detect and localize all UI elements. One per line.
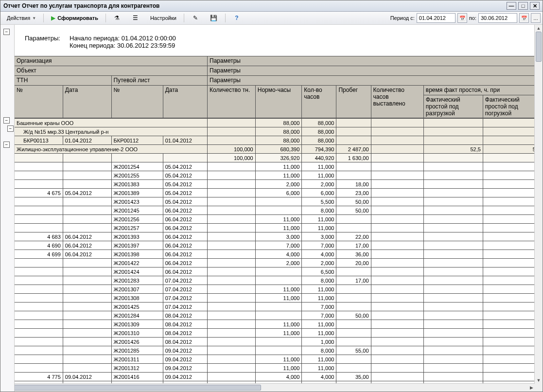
calendar-from-button[interactable]: 📅 [457,13,467,23]
play-icon: ▶ [51,15,55,21]
outline-gutter: − − − − [0,25,15,392]
disk-icon: 💾 [210,14,218,22]
table-row[interactable]: Ж200131109.04.201211,00011,000 [15,355,543,364]
table-row[interactable]: БКР0011301.04.2012БКР0011201.04.201288,0… [15,136,543,145]
period-from-label: Период с: [390,15,415,21]
table-row[interactable]: 4 69906.04.2012Ж200139806.04.20124,0004,… [15,250,543,259]
table-row[interactable]: Ж/д №15 мкр.33 Центральный р-н88,00088,0… [15,127,543,136]
table-row[interactable]: 4 69006.04.2012Ж200139706.04.20127,0007,… [15,241,543,250]
table-row[interactable]: Ж200138305.04.20122,0002,00018,00 [15,180,543,189]
calendar-to-button[interactable]: 📅 [519,13,529,23]
table-row[interactable]: Ж200142305.04.20125,50050,00 [15,197,543,206]
pencil-icon: ✎ [192,14,199,22]
titlebar: Отчет Отчет по услугам транспорта для ко… [0,0,543,12]
table-row[interactable]: Ж200124506.04.20128,00050,00 [15,206,543,215]
table-row[interactable]: Ж200130707.04.201211,00011,000 [15,285,543,294]
header-table: ОрганизацияПараметры ОбъектПараметры ТТН… [14,56,543,118]
table-row[interactable]: Башенные краны ООО88,00088,000 [15,119,543,127]
report-window: Отчет Отчет по услугам транспорта для ко… [0,0,543,392]
help-button[interactable]: ? [228,13,245,23]
table-row[interactable]: Ж200130807.04.201211,00011,000 [15,294,543,303]
tree-button[interactable]: ☰ [127,13,144,23]
table-row[interactable]: Ж200125405.04.201211,00011,000 [15,162,543,171]
settings-button[interactable]: Настройки [146,13,181,23]
toolbar: Действия▼ ▶ Сформировать ⚗ ☰ Настройки ✎… [0,12,543,25]
outline-toggle[interactable]: − [3,142,10,148]
table-row[interactable]: Ж200131008.04.201211,00011,000 [15,329,543,338]
period-select-button[interactable]: … [531,13,541,23]
table-row[interactable]: 100,000326,920440,9201 630,00 [15,154,543,162]
params-block: Параметры:Начало периода: 01.04.2012 0:0… [14,25,543,56]
maximize-button[interactable]: □ [518,2,528,10]
funnel-icon: ⚗ [113,14,121,22]
minimize-button[interactable]: — [507,2,516,10]
actions-menu[interactable]: Действия▼ [2,13,40,23]
form-button[interactable]: ▶ Сформировать [47,13,103,23]
vertical-scrollbar[interactable]: ▲ ▼ [534,25,543,384]
close-button[interactable]: ✕ [530,2,540,10]
table-row[interactable]: 4 68306.04.2012Ж200139306.04.20123,0003,… [15,232,543,241]
period-from-input[interactable]: 01.04.2012 [417,13,455,23]
table-row[interactable]: Ж200142507.04.20127,000 [15,303,543,311]
table-row[interactable]: Ж200142406.04.20126,500 [15,267,543,276]
save-button[interactable]: 💾 [206,13,222,23]
window-title: Отчет Отчет по услугам транспорта для ко… [3,2,159,9]
data-table[interactable]: Башенные краны ООО88,00088,000Ж/д №15 мк… [14,118,543,392]
table-row[interactable]: Ж200125706.04.201211,00011,000 [15,224,543,232]
table-row[interactable]: 4 77509.04.2012Ж200141609.04.20124,0004,… [15,373,543,381]
outline-toggle[interactable]: − [3,29,10,35]
report-content: − − − − Параметры:Начало периода: 01.04.… [0,25,543,392]
table-row[interactable]: Ж200142206.04.20122,0002,00020,00 [15,259,543,267]
outline-toggle[interactable]: − [3,117,10,124]
table-row[interactable]: 4 67505.04.2012Ж200138905.04.20126,0006,… [15,189,543,197]
period-to-input[interactable]: 30.06.2012 [478,13,517,23]
table-row[interactable]: Жилищно-эксплуатационное управление-2 ОО… [15,145,543,154]
period-to-label: по: [469,15,476,21]
table-row[interactable]: Ж200130908.04.201211,00011,000 [15,320,543,329]
horizontal-scrollbar[interactable]: ◀ ▶ [0,383,535,392]
outline-toggle[interactable]: − [7,125,14,132]
tree-icon: ☰ [132,14,140,22]
table-row[interactable]: Ж200128307.04.20128,00017,00 [15,276,543,285]
help-icon: ? [233,14,241,22]
table-row[interactable]: Ж200128509.04.20128,00055,00 [15,346,543,355]
table-row[interactable]: Ж200142608.04.20121,000 [15,338,543,346]
table-row[interactable]: Ж200125505.04.201211,00011,000 [15,171,543,180]
edit-button[interactable]: ✎ [187,13,204,23]
filter-button[interactable]: ⚗ [109,13,125,23]
table-row[interactable]: Ж200125606.04.201211,00011,000 [15,215,543,224]
table-row[interactable]: Ж200131209.04.201211,00011,000 [15,364,543,373]
table-row[interactable]: Ж200128408.04.20127,00050,00 [15,311,543,320]
